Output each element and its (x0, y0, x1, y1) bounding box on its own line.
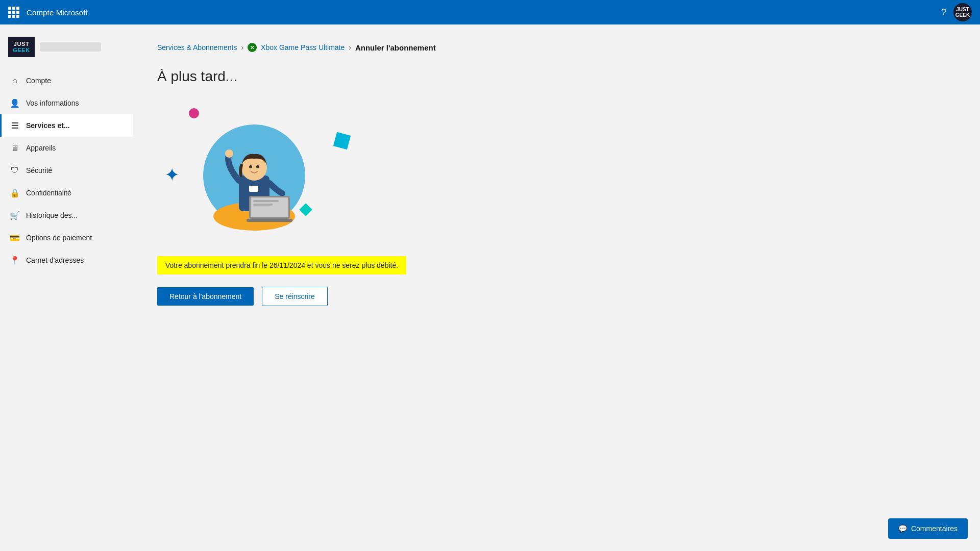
breadcrumb-link-xbox[interactable]: Xbox Game Pass Ultimate (261, 43, 345, 52)
sidebar: JUST GEEK ⌂ Compte 👤 Vos informations ☰ … (0, 24, 133, 551)
sidebar-username (40, 42, 101, 52)
shield-icon: 🛡 (10, 165, 20, 176)
logo-box: JUST GEEK (8, 37, 35, 57)
topbar-title: Compte Microsoft (27, 8, 941, 17)
topbar: Compte Microsoft ? JUST GEEK (0, 0, 980, 24)
logo-geek: GEEK (13, 47, 30, 53)
sidebar-item-label: Services et... (26, 121, 70, 130)
apps-icon[interactable] (8, 7, 19, 18)
lock-icon: 🔒 (10, 188, 20, 198)
svg-rect-9 (247, 219, 292, 222)
list-icon: ☰ (10, 120, 20, 131)
sidebar-item-label: Vos informations (26, 99, 79, 107)
svg-rect-7 (253, 200, 279, 202)
help-icon[interactable]: ? (941, 7, 946, 18)
breadcrumb: Services & Abonnements › ✕ Xbox Game Pas… (157, 43, 955, 52)
sidebar-item-vos-informations[interactable]: 👤 Vos informations (0, 92, 133, 114)
sidebar-item-label: Confidentialité (26, 189, 71, 197)
page-title: À plus tard... (157, 68, 955, 85)
layout: JUST GEEK ⌂ Compte 👤 Vos informations ☰ … (0, 24, 980, 551)
sidebar-item-label: Sécurité (26, 166, 52, 174)
person-illustration (198, 109, 310, 232)
avatar[interactable]: JUST GEEK (953, 3, 972, 21)
sidebar-nav: ⌂ Compte 👤 Vos informations ☰ Services e… (0, 69, 133, 271)
feedback-icon: 💬 (898, 524, 907, 533)
feedback-label: Commentaires (911, 524, 958, 533)
deco-blue-star: ✦ (164, 164, 180, 186)
sidebar-item-label: Carnet d'adresses (26, 256, 84, 264)
breadcrumb-current: Annuler l'abonnement (355, 43, 436, 52)
sidebar-item-label: Appareils (26, 144, 56, 152)
pin-icon: 📍 (10, 255, 20, 265)
svg-point-11 (249, 165, 252, 168)
breadcrumb-link-services[interactable]: Services & Abonnements (157, 43, 237, 52)
sidebar-item-adresses[interactable]: 📍 Carnet d'adresses (0, 249, 133, 271)
sidebar-item-paiement[interactable]: 💳 Options de paiement (0, 227, 133, 249)
svg-point-4 (225, 149, 233, 158)
main-content: Services & Abonnements › ✕ Xbox Game Pas… (133, 24, 980, 551)
sidebar-item-compte[interactable]: ⌂ Compte (0, 69, 133, 92)
deco-pink-dot (189, 108, 199, 118)
sidebar-item-confidentialite[interactable]: 🔒 Confidentialité (0, 182, 133, 204)
xbox-icon: ✕ (248, 43, 257, 52)
illustration-area: ✦ (157, 99, 372, 242)
cart-icon: 🛒 (10, 210, 20, 220)
sidebar-item-label: Compte (26, 77, 51, 85)
button-group: Retour à l'abonnement Se réinscrire (157, 287, 955, 306)
home-icon: ⌂ (10, 76, 20, 86)
sidebar-item-historique[interactable]: 🛒 Historique des... (0, 204, 133, 227)
sidebar-item-services[interactable]: ☰ Services et... (0, 114, 133, 137)
breadcrumb-sep-2: › (349, 43, 351, 52)
back-to-subscription-button[interactable]: Retour à l'abonnement (157, 287, 254, 306)
breadcrumb-sep-1: › (241, 43, 243, 52)
monitor-icon: 🖥 (10, 143, 20, 153)
sidebar-item-label: Options de paiement (26, 234, 92, 242)
sidebar-item-securite[interactable]: 🛡 Sécurité (0, 159, 133, 182)
svg-rect-8 (253, 204, 273, 206)
topbar-right: ? JUST GEEK (941, 3, 972, 21)
notification-text: Votre abonnement prendra fin le 26/11/20… (165, 261, 398, 269)
svg-point-12 (256, 165, 259, 168)
sidebar-item-appareils[interactable]: 🖥 Appareils (0, 137, 133, 159)
notification-box: Votre abonnement prendra fin le 26/11/20… (157, 256, 406, 274)
person-icon: 👤 (10, 98, 20, 108)
sidebar-item-label: Historique des... (26, 211, 78, 219)
deco-teal-square (333, 132, 351, 149)
logo-just: JUST (14, 41, 29, 47)
feedback-button[interactable]: 💬 Commentaires (888, 518, 968, 539)
rejoin-button[interactable]: Se réinscrire (262, 287, 328, 306)
svg-rect-10 (249, 186, 258, 192)
card-icon: 💳 (10, 233, 20, 243)
sidebar-logo: JUST GEEK (0, 37, 133, 69)
